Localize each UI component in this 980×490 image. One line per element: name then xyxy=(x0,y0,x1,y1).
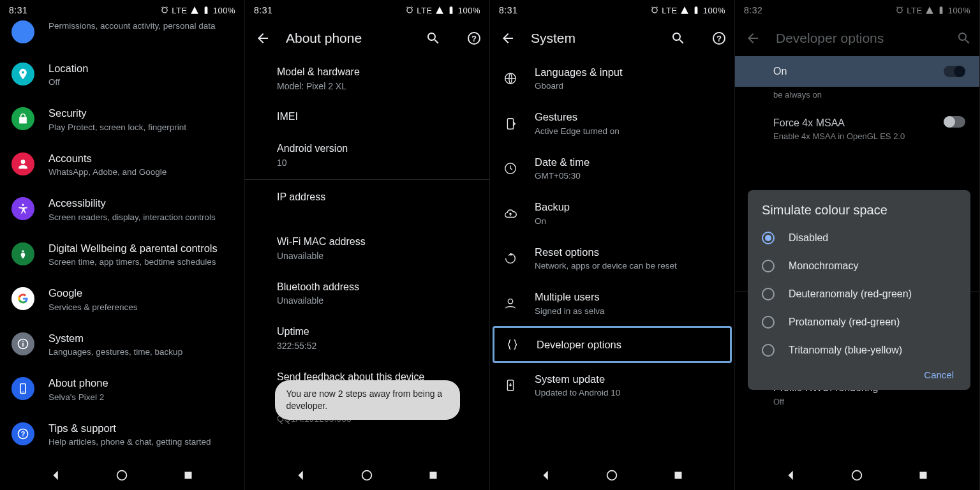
system-item-backup[interactable]: BackupOn xyxy=(490,191,734,235)
master-switch[interactable] xyxy=(944,66,965,77)
lock-icon xyxy=(11,107,34,130)
titlebar: System ? xyxy=(490,20,734,56)
radio-option-disabled[interactable]: Disabled xyxy=(748,224,970,252)
cancel-button[interactable]: Cancel xyxy=(919,366,959,384)
svg-text:?: ? xyxy=(471,34,477,43)
settings-item-tips[interactable]: ? Tips & support Help articles, phone & … xyxy=(0,412,244,457)
system-list[interactable]: Languages & inputGboard GesturesActive E… xyxy=(490,56,734,461)
panel-developer-options: 8:32 LTE 100% Developer options On be al… xyxy=(735,0,980,490)
radio-icon[interactable] xyxy=(762,288,775,301)
about-item-sub: 322:55:52 xyxy=(277,340,477,352)
settings-item-google[interactable]: Google Services & preferences xyxy=(0,277,244,322)
settings-item-privacy[interactable]: Permissions, account activity, personal … xyxy=(0,20,244,52)
nav-recent[interactable] xyxy=(671,468,685,482)
settings-item-accounts[interactable]: Accounts WhatsApp, Adobe, and Google xyxy=(0,142,244,187)
settings-item-label: About phone xyxy=(48,376,233,390)
radio-icon[interactable] xyxy=(762,344,775,357)
about-imei[interactable]: IMEI xyxy=(245,101,489,133)
system-item-update[interactable]: System updateUpdated to Android 10 xyxy=(490,363,734,408)
settings-item-accessibility[interactable]: Accessibility Screen readers, display, i… xyxy=(0,187,244,232)
wellbeing-icon xyxy=(11,242,34,265)
settings-item-sub: Help articles, phone & chat, getting sta… xyxy=(48,436,233,448)
radio-icon[interactable] xyxy=(762,232,775,244)
radio-option-deuteranomaly[interactable]: Deuteranomaly (red-green) xyxy=(748,280,970,308)
about-wifi-mac[interactable]: Wi-Fi MAC address Unavailable xyxy=(245,226,489,271)
system-item-datetime[interactable]: Date & timeGMT+05:30 xyxy=(490,146,734,191)
back-button[interactable] xyxy=(745,31,761,46)
about-android-version[interactable]: Android version 10 xyxy=(245,133,489,177)
system-item-label: Languages & input xyxy=(535,65,722,79)
braces-icon xyxy=(505,337,520,352)
svg-point-9 xyxy=(117,471,127,480)
about-bt[interactable]: Bluetooth address Unavailable xyxy=(245,271,489,316)
page-title: About phone xyxy=(286,31,400,46)
settings-item-system[interactable]: System Languages, gestures, time, backup xyxy=(0,322,244,367)
system-item-reset[interactable]: Reset optionsNetwork, apps or device can… xyxy=(490,236,734,281)
nav-back[interactable] xyxy=(539,468,553,482)
about-list[interactable]: Model & hardware Model: Pixel 2 XL IMEI … xyxy=(245,56,489,461)
system-item-languages[interactable]: Languages & inputGboard xyxy=(490,56,734,101)
nav-back[interactable] xyxy=(49,468,63,482)
search-icon[interactable] xyxy=(426,31,441,46)
back-button[interactable] xyxy=(500,31,516,46)
radio-icon[interactable] xyxy=(762,316,775,329)
about-ip[interactable]: IP address xyxy=(245,181,489,226)
nav-home[interactable] xyxy=(605,468,619,482)
help-icon[interactable]: ? xyxy=(711,31,727,46)
nav-home[interactable] xyxy=(360,468,374,482)
nav-back[interactable] xyxy=(294,468,308,482)
radio-option-protanomaly[interactable]: Protanomaly (red-green) xyxy=(748,308,970,336)
info-icon xyxy=(11,332,34,355)
search-icon[interactable] xyxy=(671,31,686,46)
system-item-gestures[interactable]: GesturesActive Edge turned on xyxy=(490,101,734,145)
system-item-label: Date & time xyxy=(535,155,722,169)
nav-recent[interactable] xyxy=(916,468,930,482)
nav-back[interactable] xyxy=(784,468,798,482)
system-item-sub: On xyxy=(535,216,722,227)
nav-home[interactable] xyxy=(115,468,129,482)
status-bar: 8:31 LTE 100% xyxy=(0,0,244,20)
dev-item-msaa[interactable]: Force 4x MSAA Enable 4x MSAA in OpenGL E… xyxy=(735,108,979,150)
radio-option-monochromacy[interactable]: Monochromacy xyxy=(748,252,970,280)
about-item-label: Uptime xyxy=(277,325,477,339)
settings-item-label: Location xyxy=(48,61,233,75)
msaa-switch[interactable] xyxy=(944,116,965,128)
system-item-sub: Gboard xyxy=(535,80,722,92)
nav-home[interactable] xyxy=(850,468,864,482)
settings-item-location[interactable]: Location Off xyxy=(0,52,244,97)
radio-option-tritanomaly[interactable]: Tritanomaly (blue-yellow) xyxy=(748,336,970,364)
system-item-developer-options[interactable]: Developer options xyxy=(494,328,730,361)
settings-item-about[interactable]: About phone Selva's Pixel 2 xyxy=(0,367,244,412)
developer-on-toggle-row[interactable]: On xyxy=(735,56,979,87)
settings-item-label: Security xyxy=(48,106,233,120)
system-item-users[interactable]: Multiple usersSigned in as selva xyxy=(490,281,734,325)
settings-item-security[interactable]: Security Play Protect, screen lock, fing… xyxy=(0,97,244,142)
about-item-sub: Unavailable xyxy=(277,250,477,262)
alarm-icon xyxy=(895,6,904,15)
svg-point-1 xyxy=(22,250,24,252)
settings-item-label: Accounts xyxy=(48,151,233,165)
search-icon[interactable] xyxy=(956,31,972,46)
settings-item-label: System xyxy=(48,331,233,345)
svg-rect-23 xyxy=(675,472,682,479)
nav-recent[interactable] xyxy=(181,468,195,482)
status-indicators: LTE 100% xyxy=(405,6,480,15)
help-icon[interactable]: ? xyxy=(466,31,482,46)
settings-item-wellbeing[interactable]: Digital Wellbeing & parental controls Sc… xyxy=(0,232,244,277)
page-title: Developer options xyxy=(776,31,931,46)
nav-bar xyxy=(0,461,244,490)
svg-point-22 xyxy=(607,471,617,480)
settings-list[interactable]: Permissions, account activity, personal … xyxy=(0,20,244,461)
about-uptime[interactable]: Uptime 322:55:52 xyxy=(245,316,489,360)
back-button[interactable] xyxy=(255,31,271,46)
page-title: System xyxy=(531,31,645,46)
about-model[interactable]: Model & hardware Model: Pixel 2 XL xyxy=(245,56,489,101)
system-item-label: Multiple users xyxy=(535,290,722,304)
nav-recent[interactable] xyxy=(426,468,440,482)
radio-label: Protanomaly (red-green) xyxy=(789,316,900,328)
system-item-label: Backup xyxy=(535,200,722,214)
radio-icon[interactable] xyxy=(762,260,775,272)
settings-item-label: Digital Wellbeing & parental controls xyxy=(48,241,233,255)
radio-label: Tritanomaly (blue-yellow) xyxy=(789,345,902,356)
system-item-label: Developer options xyxy=(537,338,717,352)
